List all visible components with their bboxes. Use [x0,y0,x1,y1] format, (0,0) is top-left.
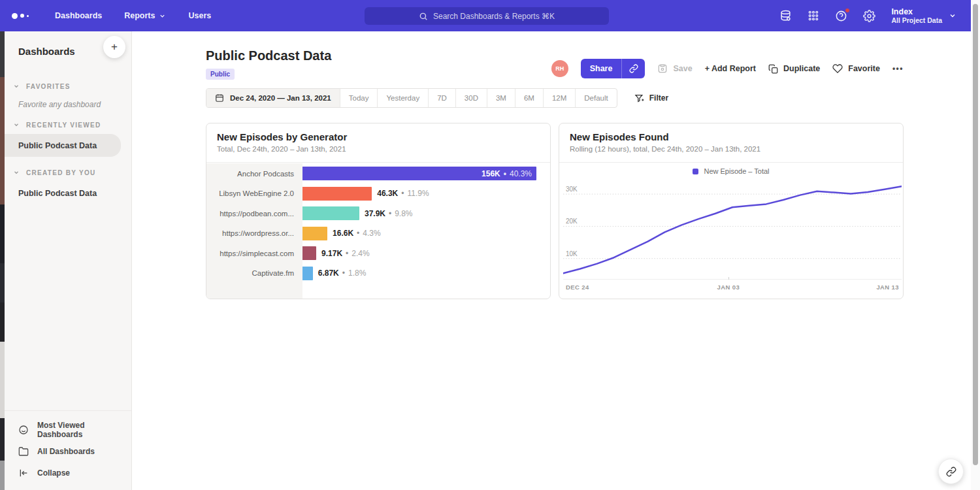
sidebar-section-favorites[interactable]: FAVORITES [5,78,131,94]
page-scrollbar[interactable] [971,0,980,490]
date-controls: Dec 24, 2020 — Jan 13, 2021 TodayYesterd… [206,88,668,108]
legend-swatch [693,169,698,174]
chevron-down-icon [949,12,956,20]
collapse-sidebar-item[interactable]: Collapse [5,462,131,483]
bar-category-label: Libsyn WebEngine 2.0 [206,189,302,197]
add-report-button[interactable]: + Add Report [705,64,756,73]
date-preset-3m[interactable]: 3M [487,89,515,107]
bar-value-label: 6.87K•1.8% [318,267,367,280]
apps-grid-icon[interactable] [808,10,819,22]
sidebar-title: Dashboards [18,46,75,57]
date-range-button[interactable]: Dec 24, 2020 — Jan 13, 2021 [206,89,340,107]
bar-category-label: Captivate.fm [206,269,302,277]
line-plot: 10K20K30K DEC 24 JAN 03 JAN 13 [563,180,902,293]
top-navbar: DashboardsReportsUsers Search Dashboards… [0,0,971,31]
y-tick-label: 30K [566,186,578,193]
bar-category-label: https://podbean.com... [206,210,302,218]
date-preset-6m[interactable]: 6M [515,89,544,107]
duplicate-button[interactable]: Duplicate [768,64,820,74]
share-link-button[interactable] [621,59,645,78]
chevron-down-icon [13,83,20,90]
project-subtitle: All Project Data [891,16,942,25]
bar-value-label: 156K•40.3% [482,167,532,180]
copy-link-floating-button[interactable] [938,459,964,484]
share-button-group: Share [581,59,645,78]
favorites-empty-text: Favorite any dashboard [18,100,131,109]
project-selector[interactable]: Index All Project Data [891,7,956,25]
bar-chart-area: Anchor Podcasts156K•40.3%Libsyn WebEngin… [206,163,550,299]
line-chart-card: New Episodes Found Rolling (12 hours), t… [559,123,904,299]
y-tick-label: 20K [566,218,578,225]
main-content: Public Podcast Data Public RH Share Save… [132,31,971,490]
date-preset-default[interactable]: Default [576,89,616,107]
x-axis-tick [728,277,729,280]
more-options-button[interactable]: ••• [892,64,904,73]
chart-legend: New Episode – Total [559,163,903,180]
add-dashboard-button[interactable]: + [103,36,125,58]
calendar-icon [215,93,224,103]
line-card-header: New Episodes Found Rolling (12 hours), t… [559,123,903,163]
bar-category-label: Anchor Podcasts [206,170,302,178]
most-viewed-dashboards-item[interactable]: Most Viewed Dashboards [5,419,131,440]
y-tick-label: 10K [566,250,578,257]
sidebar-section-recently-viewed[interactable]: RECENTLY VIEWED [5,117,131,133]
date-preset-30d[interactable]: 30D [456,89,487,107]
bar-segment[interactable]: 156K•40.3% [302,167,536,180]
chevron-down-icon [13,169,20,176]
share-button[interactable]: Share [581,59,622,78]
legend-label: New Episode – Total [704,167,769,175]
footer-item-label: All Dashboards [37,447,95,456]
line-chart-title: New Episodes Found [570,131,892,142]
search-input[interactable]: Search Dashboards & Reports ⌘K [365,7,609,25]
bar-segment[interactable] [302,246,316,260]
bar-row: https://wordpress.or...16.6K•4.3% [206,223,550,243]
search-placeholder: Search Dashboards & Reports ⌘K [433,12,555,21]
bar-card-header: New Episodes by Generator Total, Dec 24t… [206,123,550,163]
bar-segment[interactable] [302,267,313,280]
help-icon[interactable] [835,10,847,22]
bar-segment[interactable] [302,187,372,201]
public-badge: Public [206,69,235,80]
avatar[interactable]: RH [551,60,568,77]
x-axis: DEC 24 JAN 03 JAN 13 [563,279,902,293]
bar-row: Captivate.fm6.87K•1.8% [206,263,550,283]
bar-category-label: https://wordpress.or... [206,229,302,237]
nav-item-dashboards[interactable]: Dashboards [55,11,102,20]
link-icon [946,466,956,477]
bar-segment[interactable] [302,206,359,220]
filter-button[interactable]: Filter [634,93,668,103]
save-icon [657,63,668,74]
folder-icon [18,446,29,457]
settings-gear-icon[interactable] [863,10,875,22]
bar-value-label: 46.3K•11.9% [377,187,429,201]
data-management-icon[interactable] [779,10,792,22]
heart-icon [832,63,843,74]
all-dashboards-item[interactable]: All Dashboards [5,440,131,462]
sidebar-section-created-by-you[interactable]: CREATED BY YOU [5,165,131,180]
bar-segment[interactable] [302,227,327,240]
date-preset-12m[interactable]: 12M [544,89,576,107]
date-preset-yesterday[interactable]: Yesterday [378,89,429,107]
bar-chart-title: New Episodes by Generator [217,131,540,142]
save-button[interactable]: Save [657,63,692,74]
nav-item-reports[interactable]: Reports [124,11,166,20]
filter-funnel-icon [634,93,644,103]
scrollbar-thumb[interactable] [973,4,978,465]
primary-nav: DashboardsReportsUsers [55,11,211,20]
date-range-label: Dec 24, 2020 — Jan 13, 2021 [230,94,331,102]
date-preset-7d[interactable]: 7D [429,89,456,107]
chevron-down-icon [13,122,20,128]
sidebar-item-public-podcast-data[interactable]: Public Podcast Data [5,182,131,204]
sidebar-item-public-podcast-data[interactable]: Public Podcast Data [5,134,121,157]
bar-row: Anchor Podcasts156K•40.3% [206,164,550,184]
bar-chart-subtitle: Total, Dec 24th, 2020 – Jan 13th, 2021 [217,145,540,153]
date-preset-group: Dec 24, 2020 — Jan 13, 2021 TodayYesterd… [206,88,617,108]
date-preset-today[interactable]: Today [340,89,378,107]
line-series[interactable] [563,186,902,273]
notification-dot [845,8,850,13]
nav-item-users[interactable]: Users [188,11,211,20]
bar-value-label: 37.9K•9.8% [365,206,413,220]
favorite-button[interactable]: Favorite [832,63,880,74]
mixpanel-logo-icon[interactable] [12,13,38,19]
bar-row: https://podbean.com...37.9K•9.8% [206,204,550,223]
